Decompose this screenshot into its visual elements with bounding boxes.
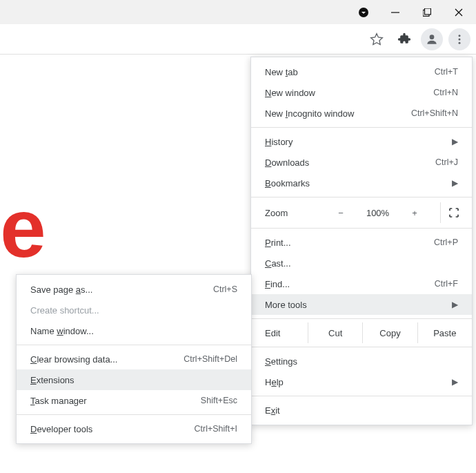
zoom-in-button[interactable]: + <box>402 202 427 223</box>
menu-new-tab[interactable]: New tabCtrl+T <box>251 61 472 82</box>
menu-separator <box>17 345 251 345</box>
close-button[interactable] <box>443 0 475 24</box>
submenu-extensions[interactable]: Extensions <box>17 369 251 390</box>
profile-avatar-icon[interactable] <box>421 28 443 50</box>
menu-separator <box>17 414 251 415</box>
menu-edit-row: Edit Cut Copy Paste <box>251 322 472 343</box>
app-dropdown-icon[interactable] <box>348 0 379 24</box>
chrome-main-menu: New tabCtrl+T New windowCtrl+N New Incog… <box>250 57 473 425</box>
svg-point-7 <box>459 41 461 44</box>
browser-toolbar <box>0 24 476 55</box>
chevron-right-icon: ▶ <box>452 137 458 146</box>
menu-separator <box>251 347 472 347</box>
chevron-right-icon: ▶ <box>452 300 458 309</box>
edit-paste-button[interactable]: Paste <box>417 322 472 343</box>
svg-rect-1 <box>391 12 399 12</box>
window-titlebar <box>0 0 476 24</box>
chevron-right-icon: ▶ <box>452 377 458 387</box>
submenu-create-shortcut: Create shortcut... <box>17 300 251 320</box>
more-tools-submenu: Save page as...Ctrl+S Create shortcut...… <box>16 274 252 444</box>
menu-more-tools[interactable]: More tools▶ <box>251 294 472 315</box>
menu-separator <box>251 127 472 128</box>
zoom-out-button[interactable]: − <box>328 202 353 223</box>
menu-new-incognito[interactable]: New Incognito windowCtrl+Shift+N <box>251 103 472 124</box>
menu-exit[interactable]: Exit <box>251 400 472 421</box>
menu-separator <box>251 228 472 229</box>
svg-point-4 <box>430 35 435 39</box>
menu-help[interactable]: Help▶ <box>251 371 472 392</box>
bookmark-star-icon[interactable] <box>366 28 388 50</box>
submenu-developer-tools[interactable]: Developer toolsCtrl+Shift+I <box>17 418 251 439</box>
svg-point-6 <box>459 38 461 40</box>
minimize-button[interactable] <box>379 0 411 24</box>
fullscreen-button[interactable] <box>440 202 468 223</box>
chevron-right-icon: ▶ <box>452 178 458 188</box>
menu-cast[interactable]: Cast... <box>251 253 472 273</box>
menu-separator <box>251 318 472 319</box>
menu-find[interactable]: Find...Ctrl+F <box>251 273 472 294</box>
main-menu-button[interactable] <box>448 28 470 50</box>
edit-cut-button[interactable]: Cut <box>308 322 362 343</box>
submenu-task-manager[interactable]: Task managerShift+Esc <box>17 390 251 411</box>
svg-rect-3 <box>425 8 431 15</box>
maximize-button[interactable] <box>411 0 443 24</box>
zoom-value: 100% <box>366 208 389 218</box>
menu-history[interactable]: History▶ <box>251 131 472 152</box>
edit-copy-button[interactable]: Copy <box>362 322 417 343</box>
submenu-save-page-as[interactable]: Save page as...Ctrl+S <box>17 279 251 300</box>
menu-separator <box>251 396 472 396</box>
menu-new-window[interactable]: New windowCtrl+N <box>251 82 472 103</box>
menu-bookmarks[interactable]: Bookmarks▶ <box>251 173 472 193</box>
menu-separator <box>251 197 472 197</box>
extensions-puzzle-icon[interactable] <box>393 28 415 50</box>
menu-downloads[interactable]: DownloadsCtrl+J <box>251 152 472 173</box>
submenu-clear-browsing-data[interactable]: Clear browsing data...Ctrl+Shift+Del <box>17 349 251 369</box>
submenu-name-window[interactable]: Name window... <box>17 320 251 341</box>
menu-settings[interactable]: Settings <box>251 351 472 371</box>
menu-zoom-row: Zoom − 100% + <box>251 201 472 224</box>
page-content-fragment: e <box>0 195 46 261</box>
svg-point-5 <box>459 35 461 37</box>
menu-print[interactable]: Print...Ctrl+P <box>251 232 472 253</box>
